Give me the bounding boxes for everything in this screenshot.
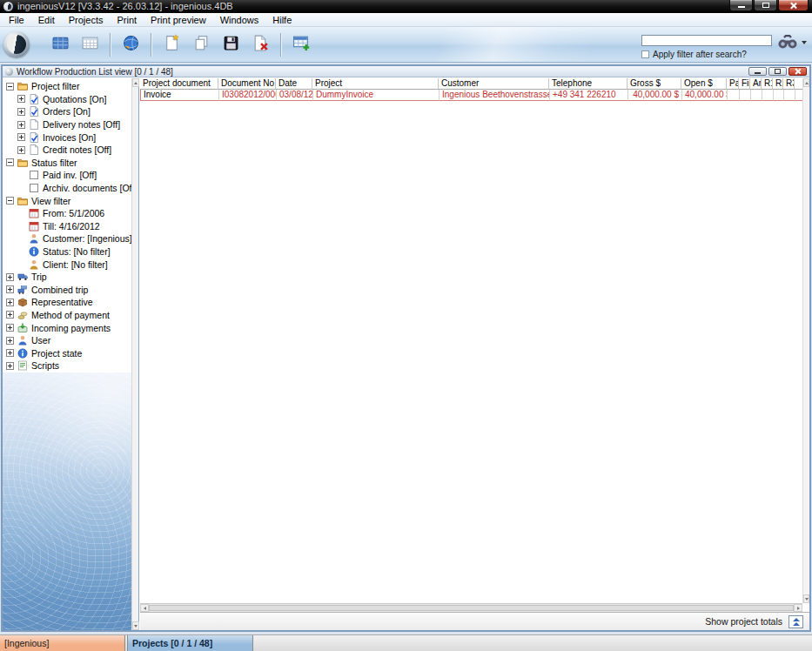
tree-item-credit-notes-off[interactable]: Credit notes [Off] [3,144,131,157]
tree-item-invoices-on[interactable]: Invoices [On] [3,131,131,144]
menu-hilfe[interactable]: Hilfe [265,14,299,26]
arrow-down-icon [134,625,138,628]
tree-item-till-4-16-2012[interactable]: Till: 4/16/2012 [3,220,131,233]
collapse-icon[interactable] [6,83,14,91]
tree-item-status-no-filter[interactable]: Status: [No filter] [3,245,131,258]
tree-item-trip[interactable]: Trip [3,271,131,284]
expand-icon[interactable] [17,146,25,154]
column-header-project-document[interactable]: Project document [140,78,218,90]
tree-item-representative[interactable]: Representative [3,296,131,309]
expand-icon[interactable] [6,285,14,293]
inner-title-bar[interactable]: Workflow Production List view [0 / 1 / 4… [3,66,809,77]
tree-item-project-filter[interactable]: Project filter [3,80,131,93]
tree-item-user[interactable]: User [3,334,131,347]
cell-project-document: Invoice [141,90,219,101]
column-header-date[interactable]: Date [276,78,312,90]
expand-icon[interactable] [17,121,25,129]
column-header-arc[interactable]: Arc [750,78,762,90]
expand-icon[interactable] [6,324,14,332]
menu-edit[interactable]: Edit [31,14,62,26]
tree-item-label: View filter [31,196,70,206]
column-header-open[interactable]: Open $ [681,78,727,90]
production-list-view-button[interactable] [79,34,100,55]
search-input[interactable] [641,35,772,46]
tree-item-view-filter[interactable]: View filter [3,194,131,207]
expand-icon[interactable] [6,311,14,319]
web-portal-button[interactable] [120,34,141,55]
close-button[interactable] [778,0,809,11]
table-vertical-scrollbar[interactable] [802,78,809,603]
menu-projects[interactable]: Projects [62,14,111,26]
tree-item-method-of-payment[interactable]: Method of payment [3,309,131,322]
tree-item-combined-trip[interactable]: Combined trip [3,284,131,297]
tree-item-quotations-on[interactable]: Quotations [On] [3,93,131,106]
minimize-button[interactable] [729,0,753,11]
search-options-caret-icon[interactable] [802,41,807,44]
scroll-down-button[interactable] [132,621,139,630]
tree-item-project-state[interactable]: Project state [3,346,131,359]
scroll-up-button[interactable] [132,78,139,87]
tree-item-scripts[interactable]: Scripts [3,359,131,372]
new-document-button[interactable] [161,34,182,55]
status-client-segment[interactable]: [Ingenious] [0,635,125,651]
expand-icon[interactable] [6,362,14,370]
expand-icon[interactable] [6,337,14,345]
column-header-customer[interactable]: Customer [439,78,549,90]
column-header-r1[interactable]: R1 [762,78,773,90]
scroll-up-button[interactable] [803,78,809,87]
tree-item-incoming-payments[interactable]: Incoming payments [3,321,131,334]
inner-close-button[interactable] [789,67,807,76]
tree-item-from-5-1-2006[interactable]: From: 5/1/2006 [3,207,131,220]
checkbox-icon[interactable] [29,170,40,180]
tree-item-orders-on[interactable]: Orders [On] [3,105,131,118]
column-header-fin[interactable]: Fin [739,78,750,90]
column-header-gross[interactable]: Gross $ [627,78,681,90]
scroll-right-button[interactable] [794,604,802,612]
menu-print-preview[interactable]: Print preview [144,14,213,26]
column-header-r2[interactable]: R2 [773,78,783,90]
tree-item-archiv-documents-off[interactable]: Archiv. documents [Off] [3,182,131,195]
search-button[interactable] [777,35,807,50]
expand-icon[interactable] [6,299,14,306]
maximize-button[interactable] [754,0,777,11]
menu-file[interactable]: File [2,14,31,26]
scroll-down-button[interactable] [803,594,809,603]
column-header-r3[interactable]: R3 [783,78,795,90]
save-button[interactable] [220,34,241,55]
copy-document-button[interactable] [191,34,211,55]
expand-icon[interactable] [6,273,14,281]
delete-document-button[interactable] [250,34,271,55]
menu-windows[interactable]: Windows [213,14,266,26]
inner-minimize-button[interactable] [748,67,767,76]
inner-maximize-button[interactable] [768,67,787,76]
apply-filter-checkbox[interactable] [641,50,649,58]
column-header-telephone[interactable]: Telephone [549,78,627,90]
scrollbar-thumb[interactable] [149,605,794,611]
tree-item-status-filter[interactable]: Status filter [3,157,131,170]
expand-icon[interactable] [17,95,25,103]
expand-icon[interactable] [17,133,25,141]
checkbox-icon[interactable] [29,183,40,193]
collapse-icon[interactable] [6,158,14,166]
totals-bar: Show project totals [140,612,809,630]
collapse-icon[interactable] [6,197,14,205]
show-project-totals-button[interactable] [789,615,803,628]
sidebar-scrollbar[interactable] [131,78,138,630]
scroll-left-button[interactable] [140,604,149,612]
column-header-pai[interactable]: Pai [727,78,739,90]
column-header-document-no[interactable]: Document No. [218,78,276,90]
table-horizontal-scrollbar[interactable] [140,603,802,612]
status-projects-segment[interactable]: Projects [0 / 1 / 48] [127,635,253,651]
filter-sidebar: Project filterQuotations [On]Orders [On]… [3,78,139,630]
tree-item-customer-ingenious[interactable]: Customer: [Ingenious] [3,232,131,245]
tree-item-delivery-notes-off[interactable]: Delivery notes [Off] [3,118,131,131]
add-to-list-button[interactable] [291,34,312,55]
tree-item-client-no-filter[interactable]: Client: [No filter] [3,258,131,271]
tree-item-paid-inv-off[interactable]: Paid inv. [Off] [3,169,131,182]
table-row[interactable]: InvoiceI03082012/0003303/08/12DummyInvoi… [140,90,809,101]
expand-icon[interactable] [6,349,14,357]
project-list-view-button[interactable] [50,34,70,55]
expand-icon[interactable] [17,108,25,116]
menu-print[interactable]: Print [110,14,144,26]
column-header-project[interactable]: Project [312,78,439,90]
